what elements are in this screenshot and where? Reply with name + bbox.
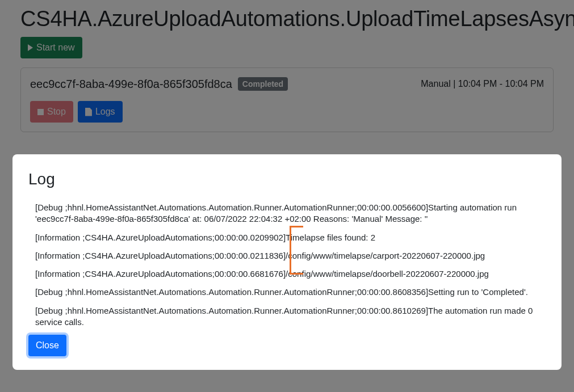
log-modal: Log [Debug ;hhnl.HomeAssistantNet.Automa… xyxy=(12,154,562,370)
log-line: [Debug ;hhnl.HomeAssistantNet.Automation… xyxy=(35,286,539,298)
log-line: [Debug ;hhnl.HomeAssistantNet.Automation… xyxy=(35,305,539,328)
log-line: [Information ;CS4HA.AzureUploadAutomatio… xyxy=(35,232,539,243)
log-body: [Debug ;hhnl.HomeAssistantNet.Automation… xyxy=(28,202,546,328)
modal-title: Log xyxy=(28,170,546,188)
log-line: [Debug ;hhnl.HomeAssistantNet.Automation… xyxy=(35,202,539,225)
log-line: [Information ;CS4HA.AzureUploadAutomatio… xyxy=(35,268,539,280)
log-line: [Information ;CS4HA.AzureUploadAutomatio… xyxy=(35,250,539,262)
close-button[interactable]: Close xyxy=(28,335,66,356)
modal-footer: Close xyxy=(28,335,546,356)
